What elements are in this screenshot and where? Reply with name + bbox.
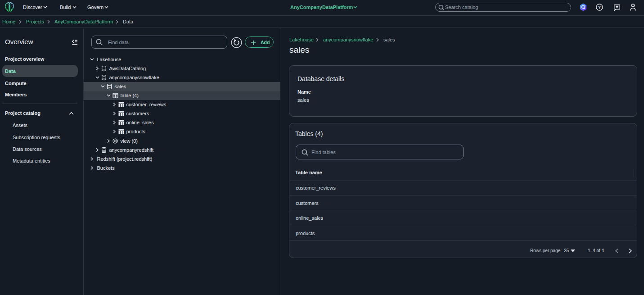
svg-text:?: ? — [598, 5, 601, 9]
